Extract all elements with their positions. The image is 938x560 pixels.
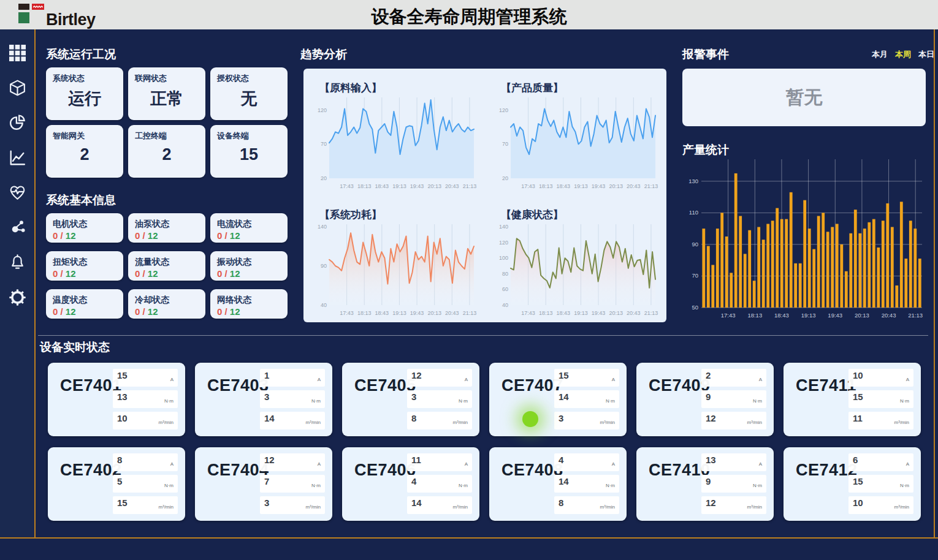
device-metric-row: 11m³/min [848,412,913,429]
status-card-label: 系统状态 [53,73,116,84]
metric-unit: m³/min [600,420,615,425]
molecule-icon[interactable] [9,219,26,236]
alarm-tab-2[interactable]: 本周 [895,49,911,60]
info-card-counts: 0 / 12 [53,230,116,241]
metric-value: 10 [117,413,128,429]
alarm-empty-text: 暂无 [786,85,823,110]
trend-chart-1: 【原料输入】17:4318:1318:4319:1319:4320:1320:4… [303,71,485,198]
settings-gear-icon[interactable] [9,289,26,306]
device-metric-row: 9N·m [701,475,766,493]
info-card-counts: 0 / 12 [217,268,281,279]
status-card-1[interactable]: 系统状态运行 [46,67,123,120]
metric-value: 14 [559,476,569,493]
info-card-4[interactable]: 扭矩状态0 / 12 [46,251,123,281]
health-heart-icon[interactable] [9,184,26,201]
device-metric-row: 7N·m [260,475,325,493]
trend-chart-2: 【产品质量】17:4318:1318:4319:1319:4320:1320:4… [485,71,666,198]
device-metrics: 6A15N·m10m³/min [848,453,913,514]
info-card-1[interactable]: 电机状态0 / 12 [46,213,123,243]
device-metric-row: 15A [554,369,619,387]
device-metrics: 2A9N·m12m³/min [701,369,766,429]
metric-value: 4 [411,476,416,493]
metric-value: 12 [706,413,716,429]
info-card-6[interactable]: 振动状态0 / 12 [210,251,288,281]
status-card-label: 授权状态 [217,73,281,84]
alarm-count: 0 / [217,268,230,279]
device-card-CE7401[interactable]: CE740115A13N·m10m³/min [48,363,185,436]
status-card-3[interactable]: 授权状态无 [210,67,288,120]
info-card-3[interactable]: 电流状态0 / 12 [210,213,288,243]
device-card-CE7411[interactable]: CE741110A15N·m11m³/min [784,363,921,436]
apps-grid-icon[interactable] [9,44,26,61]
info-card-9[interactable]: 网络状态0 / 12 [210,289,288,319]
metric-value: 3 [264,392,269,408]
cube-3d-icon[interactable] [9,79,26,96]
device-card-CE7404[interactable]: CE740412A7N·m3m³/min [195,447,332,521]
device-metric-row: 12A [407,369,472,387]
svg-text:120: 120 [499,240,508,246]
metric-unit: A [906,461,909,467]
metric-value: 13 [117,392,128,408]
metric-value: 15 [117,370,128,387]
device-card-CE7405[interactable]: CE740512A3N·m8m³/min [342,363,479,436]
device-card-CE7412[interactable]: CE74126A15N·m10m³/min [784,447,921,521]
svg-text:21:13: 21:13 [908,312,923,319]
metric-unit: m³/min [159,420,173,425]
device-metric-row: 1A [260,369,325,387]
device-metric-row: 10m³/min [113,412,178,429]
alarm-count: 0 / [217,230,230,241]
svg-text:18:43: 18:43 [375,310,389,316]
run-status-cards: 系统状态运行联网状态正常授权状态无智能网关2工控终端2设备终端15 [46,67,288,178]
status-card-2[interactable]: 联网状态正常 [128,67,205,120]
svg-text:19:43: 19:43 [410,183,424,189]
svg-text:20:43: 20:43 [445,310,459,316]
svg-text:20: 20 [321,175,327,181]
bell-icon[interactable] [9,254,26,271]
info-card-7[interactable]: 温度状态0 / 12 [46,289,123,319]
svg-text:17:43: 17:43 [521,310,535,316]
svg-text:80: 80 [502,271,508,277]
metric-unit: N·m [164,483,173,488]
status-card-value: 15 [217,145,281,164]
info-card-counts: 0 / 12 [135,306,199,317]
info-card-2[interactable]: 油泵状态0 / 12 [128,213,205,243]
device-metric-row: 12m³/min [701,496,766,514]
device-metric-row: 8m³/min [407,412,472,429]
svg-text:19:43: 19:43 [592,310,606,316]
alarm-count: 0 / [53,306,66,317]
alarm-tab-1[interactable]: 本月 [872,49,888,60]
device-metric-row: 10m³/min [848,496,913,514]
svg-text:19:13: 19:13 [574,310,588,316]
metric-unit: A [906,377,909,382]
metric-unit: m³/min [600,504,615,510]
metric-unit: m³/min [453,420,468,425]
device-card-CE7410[interactable]: CE741013A9N·m12m³/min [636,447,774,521]
status-card-6[interactable]: 设备终端15 [210,125,288,178]
bottom-divider [0,537,938,539]
metric-value: 15 [117,498,128,514]
device-card-CE7407[interactable]: CE740715A14N·m3m³/min [489,363,627,436]
metric-value: 4 [559,455,563,471]
device-card-CE7406[interactable]: CE740611A4N·m14m³/min [342,447,479,521]
status-card-4[interactable]: 智能网关2 [46,125,123,178]
device-card-CE7408[interactable]: CE74084A14N·m8m³/min [489,447,627,521]
metric-unit: m³/min [306,504,321,510]
svg-text:19:13: 19:13 [574,183,588,189]
device-metric-row: 3N·m [407,390,472,408]
alarm-tab-3[interactable]: 本日 [918,49,934,60]
production-chart-svg: 17:4318:1318:4319:1319:4320:1320:4321:13… [681,156,928,327]
device-card-CE7402[interactable]: CE74028A5N·m15m³/min [48,447,185,521]
status-card-5[interactable]: 工控终端2 [128,125,205,178]
device-card-CE7409[interactable]: CE74092A9N·m12m³/min [636,363,774,436]
metric-value: 11 [853,413,863,429]
info-card-5[interactable]: 流量状态0 / 12 [128,251,205,281]
device-card-CE7403[interactable]: CE74031A3N·m14m³/min [195,363,332,436]
device-metric-row: 14N·m [554,475,619,493]
basic-info-title: 系统基本信息 [46,192,116,208]
total-count: 12 [230,306,240,317]
info-card-8[interactable]: 冷却状态0 / 12 [128,289,205,319]
line-chart-icon[interactable] [9,149,26,166]
svg-text:110: 110 [689,209,698,216]
metric-value: 2 [706,370,711,387]
pie-chart-icon[interactable] [9,114,26,131]
